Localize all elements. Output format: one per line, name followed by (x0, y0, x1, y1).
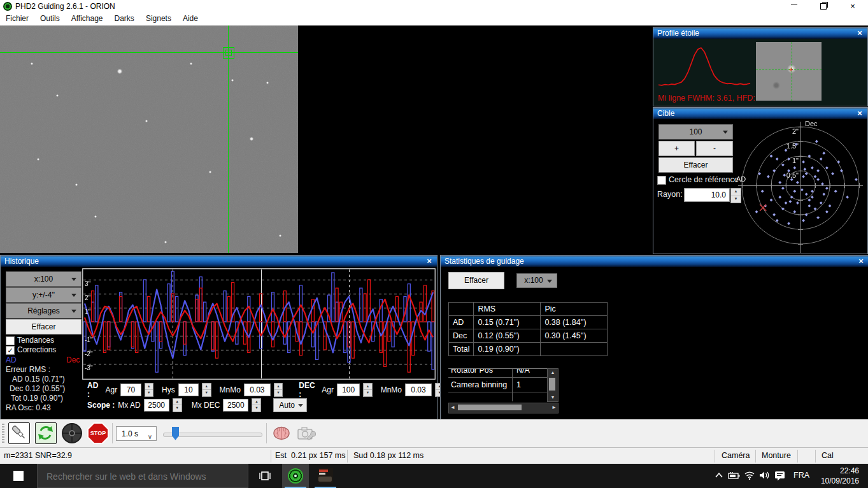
language-indicator[interactable]: FRA (793, 471, 809, 480)
history-close-icon[interactable]: × (424, 255, 434, 267)
star-profile-close-icon[interactable]: × (855, 27, 865, 39)
history-settings-dropdown[interactable]: Réglages (6, 303, 82, 319)
history-yscale-dropdown[interactable]: y:+/-4'' (6, 287, 82, 303)
field-star[interactable] (94, 215, 97, 218)
history-clear-button[interactable]: Effacer (6, 319, 82, 334)
stop-icon: STOP (87, 422, 109, 444)
dec-guide-mode-dropdown[interactable]: Auto (273, 398, 307, 412)
notifications-button[interactable] (774, 471, 785, 483)
stats-close-icon[interactable]: × (856, 255, 866, 267)
field-star[interactable] (266, 82, 269, 84)
max-ra-input[interactable]: 2500 (144, 399, 169, 412)
star-profile-panel-titlebar[interactable]: Profile étoile × (653, 27, 867, 39)
camera-settings-button[interactable] (296, 424, 318, 445)
loop-exposures-button[interactable] (35, 422, 57, 444)
gamma-slider-handle[interactable] (172, 427, 179, 440)
rms-total-value: Tot 0.19 (0.90'') (11, 394, 63, 403)
wifi-status-button[interactable] (744, 471, 755, 482)
field-star[interactable] (37, 158, 39, 161)
close-button[interactable]: × (839, 0, 867, 13)
field-star[interactable] (164, 241, 167, 243)
minimize-button[interactable] (780, 0, 808, 13)
field-star[interactable] (145, 120, 148, 122)
stop-button[interactable]: STOP (87, 422, 109, 444)
field-star[interactable] (231, 79, 234, 82)
menu-item-fichier[interactable]: Fichier (0, 13, 34, 24)
scope-controls: Scope : Mx AD 2500▲▼ Mx DEC 2500▲▼ Auto (87, 398, 307, 412)
crosshair-vertical-line (228, 25, 229, 253)
max-dec-spinner[interactable]: ▲▼ (252, 398, 261, 412)
task-view-button[interactable] (252, 464, 278, 488)
ra-minmove-spinner[interactable]: ▲▼ (274, 383, 283, 397)
target-close-icon[interactable]: × (855, 108, 865, 119)
chevron-down-icon (547, 280, 552, 283)
dec-aggression-input[interactable]: 100 (337, 384, 360, 396)
target-zoom-in-button[interactable]: + (658, 141, 695, 156)
search-input[interactable] (38, 464, 258, 488)
field-star[interactable] (250, 137, 253, 141)
dec-minmove-input[interactable]: 0.03 (405, 384, 432, 396)
field-star[interactable] (209, 171, 211, 173)
guide-camera-image[interactable] (0, 25, 298, 253)
field-star[interactable] (75, 183, 78, 186)
battery-status-button[interactable] (728, 472, 741, 481)
menu-item-aide[interactable]: Aide (177, 13, 204, 24)
target-zoom-dropdown[interactable]: 100 (658, 124, 733, 140)
field-star[interactable] (279, 234, 281, 237)
ra-aggression-spinner[interactable]: ▲▼ (145, 383, 153, 397)
scroll-down-icon[interactable]: ▼ (548, 394, 558, 401)
tray-expand-button[interactable] (715, 471, 723, 480)
scroll-right-icon[interactable]: ► (550, 403, 558, 413)
scroll-left-icon[interactable]: ◄ (449, 403, 457, 413)
connect-equipment-button[interactable] (8, 422, 30, 444)
status-divider (755, 450, 756, 463)
stats-panel-titlebar[interactable]: Statistiques de guidage × (441, 255, 868, 267)
dec-group-label: DEC : (299, 381, 318, 399)
restore-button[interactable] (809, 0, 837, 13)
reference-circle-checkbox[interactable] (657, 176, 666, 185)
taskbar-clock[interactable]: 22:46 10/09/2016 (821, 466, 859, 486)
taskbar-backyardeos-app[interactable] (312, 464, 339, 488)
history-panel-titlebar[interactable]: Historique × (1, 255, 437, 267)
history-xscale-dropdown[interactable]: x:100 (6, 271, 82, 287)
volume-button[interactable] (759, 471, 771, 482)
max-ra-spinner[interactable]: ▲▼ (173, 398, 182, 412)
rms-ad-value: AD 0.15 (0.71'') (12, 375, 65, 384)
target-clear-button[interactable]: Effacer (658, 157, 733, 173)
info-vertical-scrollbar[interactable]: ▲ ▼ (547, 368, 559, 402)
info-horizontal-scrollbar[interactable]: ◄ ► (448, 403, 559, 413)
max-dec-input[interactable]: 2500 (223, 399, 248, 412)
hysteresis-input[interactable]: 10 (178, 384, 199, 396)
radius-input[interactable]: 10.0 (684, 188, 730, 202)
menu-item-darks[interactable]: Darks (109, 13, 140, 24)
scrollbar-thumb[interactable] (549, 378, 555, 391)
menu-item-outils[interactable]: Outils (34, 13, 66, 24)
dec-aggression-spinner[interactable]: ▲▼ (363, 383, 372, 397)
ra-minmove-input[interactable]: 0.03 (244, 384, 271, 396)
target-panel-titlebar[interactable]: Cible × (653, 108, 867, 119)
hysteresis-spinner[interactable]: ▲▼ (202, 383, 211, 397)
stats-clear-button[interactable]: Effacer (448, 272, 504, 289)
menu-item-signets[interactable]: Signets (140, 13, 177, 24)
exposure-duration-dropdown[interactable]: 1.0 s∨ (116, 426, 157, 441)
field-star[interactable] (31, 62, 33, 65)
field-star[interactable] (56, 94, 59, 97)
taskbar-search-box[interactable] (37, 464, 248, 488)
scrollbar-thumb[interactable] (458, 405, 522, 410)
corrections-checkbox[interactable]: ✓ (6, 346, 15, 355)
taskbar-phd2-app[interactable] (282, 464, 309, 488)
table-row: Dec0.12 (0.55'')0.30 (1.45'') (449, 329, 608, 343)
start-button[interactable] (0, 464, 37, 488)
target-zoom-out-button[interactable]: - (696, 141, 733, 156)
scroll-up-icon[interactable]: ▲ (548, 369, 558, 377)
stats-scale-dropdown[interactable]: x:100 (516, 273, 557, 288)
toolbar-grip-handle[interactable] (2, 424, 4, 444)
start-guiding-button[interactable] (61, 422, 83, 444)
ra-aggression-input[interactable]: 70 (120, 384, 141, 396)
field-star[interactable] (117, 69, 122, 74)
field-star[interactable] (190, 62, 192, 65)
brain-icon (272, 424, 292, 443)
advanced-settings-button[interactable] (272, 424, 294, 445)
trend-checkbox[interactable] (6, 336, 15, 345)
menu-item-affichage[interactable]: Affichage (66, 13, 109, 24)
